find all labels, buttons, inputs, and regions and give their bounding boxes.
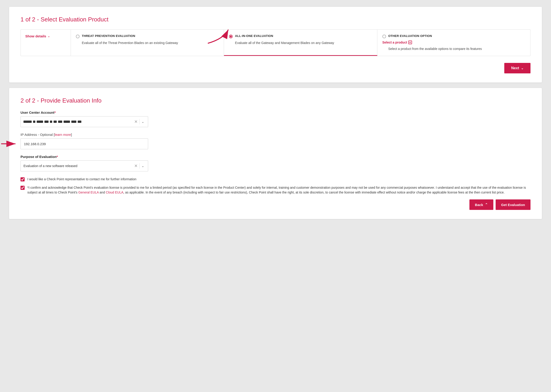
- user-center-select[interactable]: ✕ ⌄: [21, 116, 148, 127]
- back-label: Back: [475, 203, 483, 207]
- step2-card: 2 of 2 - Provide Evaluation Info User Ce…: [9, 88, 542, 219]
- get-eval-label: Get Evaluation: [501, 203, 525, 207]
- eval-options-row: Show details ⌄ THREAT PREVENTION EVALUAT…: [21, 29, 530, 56]
- next-row: Next ⌄: [21, 63, 530, 73]
- select-actions: ✕ ⌄: [133, 119, 145, 125]
- show-details-col: Show details ⌄: [21, 30, 71, 56]
- other-label: OTHER EVALUATION OPTION: [388, 34, 432, 38]
- step2-title: 2 of 2 - Provide Evaluation Info: [21, 97, 530, 104]
- purpose-dropdown-icon[interactable]: ⌄: [141, 164, 145, 168]
- purpose-clear-icon[interactable]: ✕: [133, 163, 139, 169]
- select-product-text: Select a product: [382, 41, 407, 44]
- ip-input[interactable]: [21, 138, 148, 149]
- bottom-row: Back ⌃ Get Evaluation: [21, 199, 530, 210]
- dropdown-icon[interactable]: ⌄: [141, 119, 145, 124]
- ip-field-wrapper: [21, 138, 530, 149]
- chevron-down-icon: ⌄: [521, 66, 524, 70]
- all-in-one-desc: Evaluate all of the Gateway and Manageme…: [229, 41, 372, 45]
- account-token: [33, 120, 35, 123]
- chevron-down-icon: ⌄: [48, 35, 50, 38]
- option-threat-prevention[interactable]: THREAT PREVENTION EVALUATION Evaluate al…: [71, 30, 224, 56]
- purpose-group: Purpose of Evaluation* Evaluation of a n…: [21, 155, 530, 171]
- threat-prevention-header: THREAT PREVENTION EVALUATION: [76, 34, 219, 38]
- back-button[interactable]: Back ⌃: [469, 199, 493, 210]
- select-divider: [139, 119, 140, 125]
- all-in-one-header: ALL-IN-ONE EVALUATION: [229, 34, 372, 38]
- account-token: [37, 120, 43, 123]
- step1-title: 1 of 2 - Select Evaluation Product: [21, 16, 530, 23]
- purpose-value: Evaluation of a new software released: [23, 164, 77, 168]
- get-evaluation-button[interactable]: Get Evaluation: [496, 199, 530, 210]
- account-token: [44, 120, 49, 123]
- ip-address-group: IP Address - Optional [learn more]: [21, 133, 530, 149]
- user-center-label: User Center Account*: [21, 111, 530, 114]
- other-radio[interactable]: [382, 35, 386, 38]
- checkbox2-label: *I confirm and acknowledge that Check Po…: [27, 185, 530, 195]
- show-details-button[interactable]: Show details ⌄: [25, 34, 50, 38]
- threat-prevention-label: THREAT PREVENTION EVALUATION: [82, 34, 135, 38]
- threat-prevention-radio[interactable]: [76, 35, 80, 38]
- account-token: [71, 120, 76, 123]
- ip-label: IP Address - Optional [learn more]: [21, 133, 530, 137]
- all-in-one-label: ALL-IN-ONE EVALUATION: [235, 34, 273, 38]
- option-other[interactable]: OTHER EVALUATION OPTION Select a product…: [377, 30, 530, 56]
- user-center-account-group: User Center Account* ✕ ⌄: [21, 111, 530, 127]
- required-star: *: [55, 111, 56, 114]
- option-all-in-one[interactable]: ALL-IN-ONE EVALUATION Evaluate all of th…: [224, 30, 377, 56]
- account-token: [78, 120, 81, 123]
- user-center-content: [23, 120, 132, 123]
- all-in-one-radio[interactable]: [229, 35, 233, 38]
- checkbox1-label: I would like a Check Point representativ…: [27, 177, 137, 182]
- account-token: [50, 120, 52, 123]
- purpose-select-actions: ✕ ⌄: [133, 163, 145, 169]
- next-button[interactable]: Next ⌄: [504, 63, 530, 73]
- ip-arrow-annotation: [0, 139, 18, 148]
- account-token: [23, 120, 32, 123]
- checkbox1[interactable]: [21, 177, 25, 182]
- account-token: [54, 120, 57, 123]
- general-eula-link[interactable]: General EULA: [78, 190, 99, 194]
- threat-prevention-desc: Evaluate all of the Threat Prevention Bl…: [76, 41, 219, 45]
- other-desc: Select a product from the available opti…: [382, 47, 525, 51]
- select-product-link[interactable]: Select a product +: [382, 41, 525, 44]
- up-chevron-icon: ⌃: [485, 203, 488, 207]
- checkbox2-row: *I confirm and acknowledge that Check Po…: [21, 185, 530, 195]
- step1-card: 1 of 2 - Select Evaluation Product Show …: [9, 7, 542, 83]
- account-token: [58, 120, 62, 123]
- other-header: OTHER EVALUATION OPTION: [382, 34, 525, 38]
- checkbox1-row: I would like a Check Point representativ…: [21, 177, 530, 182]
- cloud-eula-link[interactable]: Cloud EULA: [106, 190, 123, 194]
- required-star: *: [56, 155, 58, 159]
- learn-more-link[interactable]: learn more: [55, 133, 71, 137]
- next-label: Next: [511, 66, 519, 70]
- clear-icon[interactable]: ✕: [133, 119, 139, 125]
- select-divider: [139, 163, 140, 169]
- checkbox2[interactable]: [21, 186, 25, 190]
- purpose-select[interactable]: Evaluation of a new software released ✕ …: [21, 161, 148, 171]
- show-details-label: Show details: [25, 34, 46, 38]
- purpose-label: Purpose of Evaluation*: [21, 155, 530, 159]
- purpose-content: Evaluation of a new software released: [23, 164, 132, 168]
- account-token: [63, 120, 70, 123]
- plus-icon: +: [408, 41, 412, 44]
